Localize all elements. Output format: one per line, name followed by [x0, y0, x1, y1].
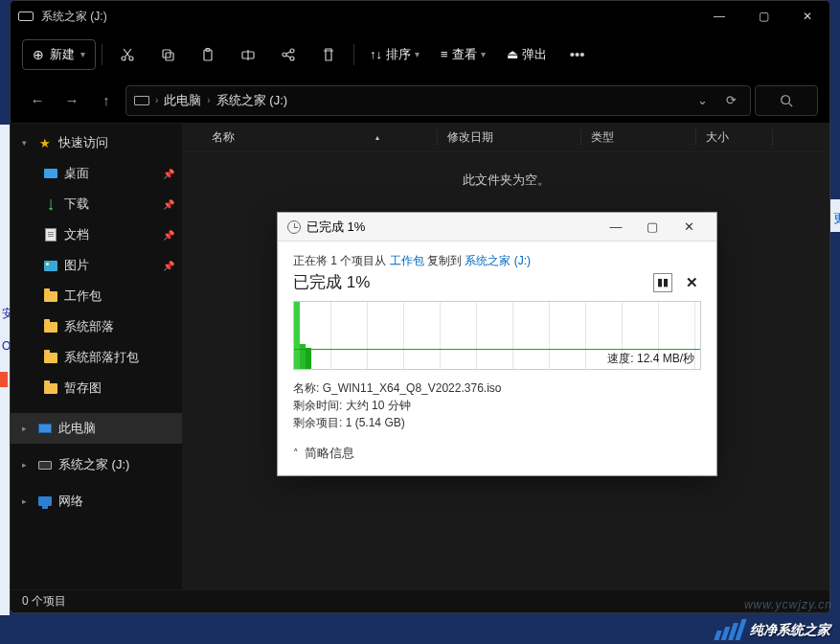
titlebar[interactable]: 系统之家 (J:) — ▢ ✕: [11, 1, 829, 32]
breadcrumb-root[interactable]: 此电脑: [164, 92, 201, 109]
up-button[interactable]: ↑: [91, 85, 122, 116]
svg-point-7: [290, 49, 294, 53]
sidebar-quick-access[interactable]: ▾ ★ 快速访问: [11, 127, 182, 158]
view-icon: ≡: [441, 47, 448, 61]
chevron-right-icon: ›: [207, 95, 210, 105]
chevron-down-icon: ▾: [80, 49, 85, 59]
cut-button[interactable]: [108, 39, 147, 70]
copy-dialog: 已完成 1% — ▢ ✕ 正在将 1 个项目从 工作包 复制到 系统之家 (J:…: [277, 212, 717, 476]
chevron-down-icon: ▾: [415, 49, 420, 59]
dialog-titlebar[interactable]: 已完成 1% — ▢ ✕: [278, 213, 716, 242]
file-name: G_WIN11_X64_Q8_V2022.376.iso: [323, 381, 502, 395]
sidebar-item-desktop[interactable]: 桌面📌: [11, 158, 182, 189]
svg-rect-3: [166, 53, 173, 60]
item-count: 0 个项目: [22, 593, 66, 610]
chevron-right-icon: ▸: [22, 460, 32, 470]
dialog-minimize-button[interactable]: —: [598, 214, 634, 241]
sort-button[interactable]: ↑↓ 排序 ▾: [360, 39, 429, 70]
source-link[interactable]: 工作包: [390, 254, 424, 267]
sidebar-item-folder[interactable]: 工作包: [11, 281, 182, 311]
pin-icon: 📌: [163, 169, 174, 179]
dropdown-button[interactable]: ⌄: [691, 93, 714, 107]
sidebar-item-folder[interactable]: 系统部落打包: [11, 342, 182, 373]
chevron-down-icon: ▾: [22, 138, 32, 148]
view-button[interactable]: ≡ 查看 ▾: [431, 39, 495, 70]
new-label: 新建: [50, 46, 75, 63]
sidebar-network[interactable]: ▸ 网络: [11, 486, 182, 517]
sidebar-item-pictures[interactable]: 图片📌: [11, 250, 182, 281]
sidebar: ▾ ★ 快速访问 桌面📌 ⭣下载📌 文档📌 图片📌 工作包 系统部落 系统部落打…: [11, 124, 183, 589]
column-type[interactable]: 类型: [581, 129, 696, 146]
rename-button[interactable]: [229, 39, 267, 70]
svg-point-1: [129, 57, 133, 60]
column-date[interactable]: 修改日期: [438, 129, 581, 146]
clock-icon: [287, 220, 301, 234]
window-title: 系统之家 (J:): [41, 9, 697, 25]
sidebar-this-pc[interactable]: ▸ 此电脑: [11, 413, 182, 444]
back-button[interactable]: ←: [22, 85, 53, 116]
cancel-copy-button[interactable]: ✕: [682, 273, 701, 292]
fewer-details-button[interactable]: ˄ 简略信息: [293, 445, 701, 462]
pin-icon: 📌: [163, 199, 174, 210]
svg-point-10: [782, 95, 790, 104]
transfer-chart: 速度: 12.4 MB/秒: [293, 301, 701, 370]
chevron-right-icon: ▸: [22, 424, 32, 433]
watermark-url: www.ycwjzy.cn: [744, 598, 832, 611]
column-headers: 名称▴ 修改日期 类型 大小: [183, 124, 829, 152]
chevron-right-icon: ›: [155, 95, 158, 105]
sort-indicator: ▴: [375, 133, 379, 142]
search-input[interactable]: [755, 85, 818, 116]
breadcrumb-current[interactable]: 系统之家 (J:): [216, 92, 287, 109]
items-remaining: 1 (5.14 GB): [346, 416, 405, 429]
watermark-brand: 纯净系统之家: [706, 617, 840, 644]
folder-icon: [44, 291, 57, 302]
folder-icon: [44, 383, 57, 394]
more-button[interactable]: •••: [558, 39, 597, 70]
drive-icon: [18, 12, 34, 21]
bg-red-marker: [0, 372, 8, 387]
statusbar: 0 个项目: [11, 589, 829, 612]
time-remaining: 大约 10 分钟: [346, 399, 411, 412]
paste-button[interactable]: [189, 39, 227, 70]
minimize-button[interactable]: —: [697, 1, 741, 32]
pin-icon: 📌: [163, 230, 174, 241]
pause-button[interactable]: ▮▮: [653, 273, 672, 292]
close-button[interactable]: ✕: [785, 1, 829, 32]
eject-button[interactable]: ⏏ 弹出: [497, 39, 556, 70]
transfer-speed: 速度: 12.4 MB/秒: [607, 351, 694, 367]
sort-label: 排序: [386, 46, 411, 63]
column-name[interactable]: 名称▴: [202, 129, 438, 146]
eject-label: 弹出: [522, 46, 547, 63]
svg-point-9: [290, 57, 294, 60]
sidebar-drive[interactable]: ▸ 系统之家 (J:): [11, 449, 182, 480]
sidebar-item-folder[interactable]: 系统部落: [11, 311, 182, 342]
sidebar-item-downloads[interactable]: ⭣下载📌: [11, 189, 182, 219]
svg-point-8: [283, 53, 286, 57]
refresh-button[interactable]: ⟳: [719, 93, 742, 107]
dialog-title: 已完成 1%: [306, 218, 598, 236]
delete-button[interactable]: [309, 39, 348, 70]
new-button[interactable]: ⊕ 新建 ▾: [22, 39, 96, 70]
drive-icon: [134, 96, 149, 105]
dialog-maximize-button[interactable]: ▢: [634, 214, 670, 241]
star-icon: ★: [37, 135, 53, 150]
sidebar-item-folder[interactable]: 暂存图: [11, 373, 182, 403]
copy-button[interactable]: [148, 39, 187, 70]
network-icon: [38, 496, 52, 506]
svg-point-0: [122, 57, 125, 60]
share-button[interactable]: [269, 39, 307, 70]
column-size[interactable]: 大小: [696, 129, 773, 146]
download-icon: ⭣: [43, 196, 58, 212]
chevron-right-icon: ▸: [22, 496, 32, 506]
maximize-button[interactable]: ▢: [741, 1, 785, 32]
dialog-close-button[interactable]: ✕: [670, 214, 707, 241]
eject-icon: ⏏: [507, 47, 518, 61]
empty-message: 此文件夹为空。: [183, 172, 829, 189]
forward-button[interactable]: →: [57, 85, 87, 116]
address-bar[interactable]: › 此电脑 › 系统之家 (J:) ⌄ ⟳: [125, 85, 751, 116]
sort-icon: ↑↓: [370, 47, 382, 61]
dest-link[interactable]: 系统之家 (J:): [465, 254, 531, 267]
navbar: ← → ↑ › 此电脑 › 系统之家 (J:) ⌄ ⟳: [11, 78, 829, 124]
sidebar-item-documents[interactable]: 文档📌: [11, 219, 182, 250]
chevron-up-icon: ˄: [293, 448, 299, 460]
